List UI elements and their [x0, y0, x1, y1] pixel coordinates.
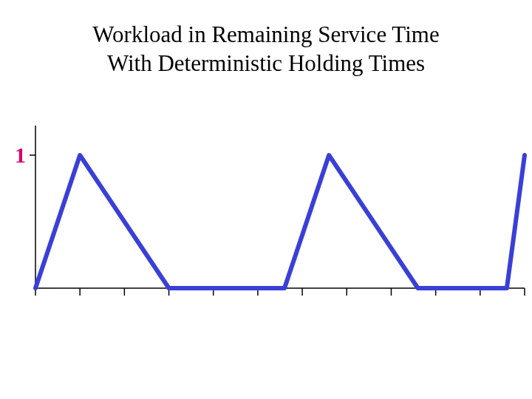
page-title: Workload in Remaining Service Time With … — [0, 21, 532, 78]
chart: 1 — [15, 126, 525, 307]
title-line-1: Workload in Remaining Service Time — [92, 21, 439, 47]
workload-line — [35, 155, 525, 288]
y-axis — [30, 126, 35, 288]
chart-svg — [35, 126, 525, 307]
series — [35, 155, 525, 288]
y-tick-label: 1 — [15, 143, 26, 168]
title-line-2: With Deterministic Holding Times — [107, 50, 425, 76]
slide: Workload in Remaining Service Time With … — [0, 0, 532, 399]
